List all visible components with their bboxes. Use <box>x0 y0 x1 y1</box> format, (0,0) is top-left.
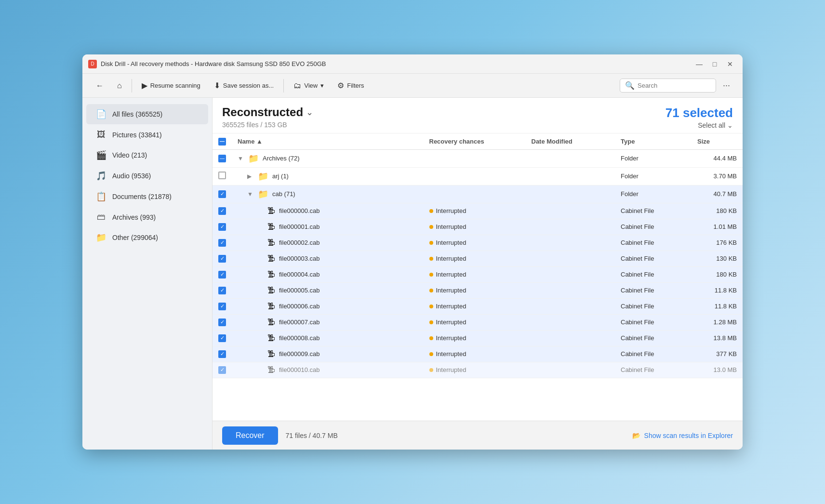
sidebar-item-all-files[interactable]: 📄 All files (365525) <box>86 104 208 124</box>
window-title: Disk Drill - All recovery methods - Hard… <box>101 60 692 67</box>
file-icon: 🗜 <box>267 366 275 374</box>
recovery-dot <box>429 305 433 308</box>
row-date <box>526 314 615 330</box>
row-recovery: Interrupted <box>424 314 526 330</box>
row-checkbox[interactable] <box>218 318 226 326</box>
back-button[interactable]: ← <box>90 79 109 93</box>
sidebar-item-audio[interactable]: 🎵 Audio (9536) <box>86 166 208 186</box>
row-name: 🗜file000007.cab <box>232 314 424 330</box>
title-chevron-icon[interactable]: ⌄ <box>306 107 313 118</box>
row-checkbox[interactable] <box>218 172 226 179</box>
row-checkbox[interactable] <box>218 303 226 310</box>
row-checkbox[interactable] <box>218 255 226 263</box>
row-size: 377 KB <box>692 346 743 362</box>
save-session-button[interactable]: ⬇ Save session as... <box>208 78 280 93</box>
table-row: 🗜file000004.cabInterruptedCabinet File18… <box>213 266 743 282</box>
row-checkbox[interactable] <box>218 223 226 231</box>
search-box[interactable]: 🔍 <box>620 79 716 93</box>
content-area: Reconstructed ⌄ 365525 files / 153 GB 71… <box>213 98 743 450</box>
expand-icon[interactable]: ▼ <box>238 155 244 162</box>
header-right: 71 selected Select all ⌄ <box>665 106 733 129</box>
view-button[interactable]: 🗂 View ▾ <box>288 79 330 93</box>
explorer-icon: 📂 <box>632 432 640 439</box>
minimize-button[interactable]: — <box>692 57 706 71</box>
recovery-dot <box>429 368 433 372</box>
sidebar-item-video[interactable]: 🎬 Video (213) <box>86 145 208 165</box>
row-checkbox[interactable] <box>218 207 226 215</box>
show-explorer-button[interactable]: 📂 Show scan results in Explorer <box>632 432 733 439</box>
file-name: file000002.cab <box>279 239 320 246</box>
home-button[interactable]: ⌂ <box>111 79 128 93</box>
file-table-body: ▼📁Archives (72)Folder44.4 MB▶📁arj (1)Fol… <box>213 149 743 378</box>
file-name: file000006.cab <box>279 303 320 310</box>
row-date <box>526 330 615 346</box>
more-button[interactable]: ··· <box>718 78 735 93</box>
row-type: Folder <box>615 149 692 167</box>
row-type: Cabinet File <box>615 235 692 251</box>
header-checkbox[interactable] <box>218 138 226 146</box>
expand-icon[interactable]: ▶ <box>247 173 254 180</box>
header-name[interactable]: Name ▲ <box>232 133 424 149</box>
row-date <box>526 298 615 314</box>
sidebar-item-other[interactable]: 📁 Other (299064) <box>86 227 208 248</box>
row-checkbox[interactable] <box>218 366 226 374</box>
sidebar-item-pictures[interactable]: 🖼 Pictures (33841) <box>86 125 208 145</box>
row-checkbox[interactable] <box>218 239 226 247</box>
folder-icon: 📁 <box>248 153 259 164</box>
view-label: View <box>304 82 318 89</box>
row-size: 1.01 MB <box>692 219 743 235</box>
row-date <box>526 282 615 298</box>
header-size: Size <box>692 133 743 149</box>
row-date <box>526 167 615 185</box>
recover-button[interactable]: Recover <box>222 426 278 445</box>
show-explorer-label: Show scan results in Explorer <box>644 432 733 439</box>
row-checkbox[interactable] <box>218 287 226 294</box>
maximize-button[interactable]: □ <box>708 57 721 71</box>
file-icon: 🗜 <box>267 302 275 311</box>
row-type: Folder <box>615 167 692 185</box>
file-name: file000003.cab <box>279 255 320 262</box>
filters-icon: ⚙ <box>337 81 344 90</box>
table-row: 🗜file000006.cabInterruptedCabinet File11… <box>213 298 743 314</box>
row-checkbox[interactable] <box>218 350 226 358</box>
expand-icon[interactable]: ▼ <box>247 191 254 198</box>
filters-label: Filters <box>347 82 364 89</box>
sidebar-label-video: Video (213) <box>112 151 147 159</box>
header-recovery: Recovery chances <box>424 133 526 149</box>
file-table-container[interactable]: Name ▲ Recovery chances Date Modified Ty… <box>213 133 743 421</box>
row-recovery: Interrupted <box>424 251 526 266</box>
file-name: Archives (72) <box>263 155 300 162</box>
content-header: Reconstructed ⌄ 365525 files / 153 GB 71… <box>213 98 743 133</box>
close-button[interactable]: ✕ <box>723 57 737 71</box>
sidebar-icon-other: 📁 <box>96 232 106 243</box>
file-icon: 🗜 <box>267 334 275 343</box>
file-icon: 🗜 <box>267 286 275 295</box>
row-checkbox[interactable] <box>218 155 226 162</box>
row-name: ▼📁cab (71) <box>232 185 424 203</box>
sidebar-icon-video: 🎬 <box>96 150 106 160</box>
title-bar: D Disk Drill - All recovery methods - Ha… <box>82 54 743 74</box>
sidebar-icon-pictures: 🖼 <box>96 130 106 140</box>
sidebar-item-documents[interactable]: 📋 Documents (21878) <box>86 186 208 207</box>
sidebar-label-documents: Documents (21878) <box>112 193 172 200</box>
row-checkbox[interactable] <box>218 271 226 279</box>
row-checkbox[interactable] <box>218 190 226 198</box>
row-recovery: Interrupted <box>424 203 526 219</box>
window-controls: — □ ✕ <box>692 57 737 71</box>
filters-button[interactable]: ⚙ Filters <box>332 78 370 93</box>
search-input[interactable] <box>638 82 711 89</box>
recovery-dot <box>429 209 433 213</box>
row-type: Cabinet File <box>615 282 692 298</box>
sidebar-item-archives[interactable]: 🗃 Archives (993) <box>86 207 208 227</box>
resume-scanning-button[interactable]: ▶ Resume scanning <box>136 78 206 93</box>
header-left: Reconstructed ⌄ 365525 files / 153 GB <box>222 106 313 129</box>
table-row: 🗜file000003.cabInterruptedCabinet File13… <box>213 251 743 266</box>
row-checkbox[interactable] <box>218 334 226 342</box>
select-all-button[interactable]: Select all ⌄ <box>698 121 733 129</box>
row-date <box>526 149 615 167</box>
row-name: 🗜file000005.cab <box>232 282 424 298</box>
table-row: ▼📁Archives (72)Folder44.4 MB <box>213 149 743 167</box>
row-size: 40.7 MB <box>692 185 743 203</box>
folder-icon: 📁 <box>258 171 268 182</box>
row-recovery: Interrupted <box>424 282 526 298</box>
